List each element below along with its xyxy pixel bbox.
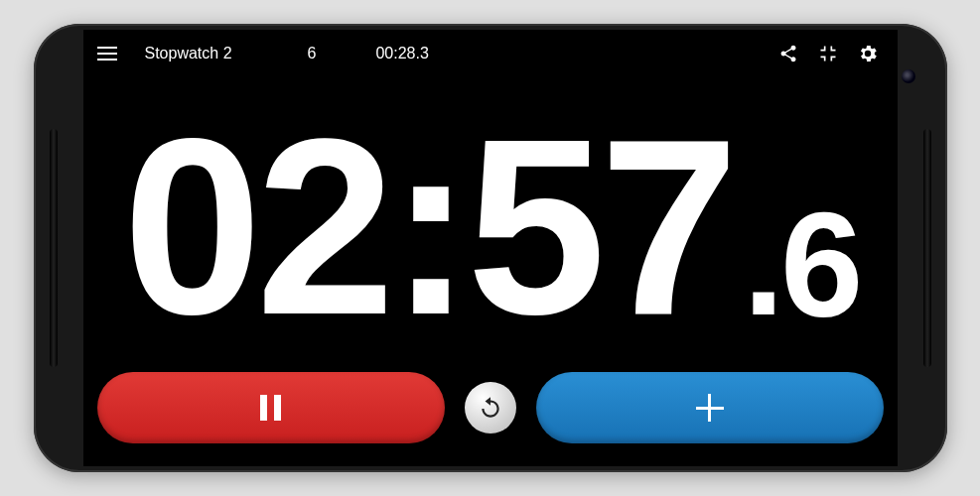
plus-icon bbox=[696, 394, 724, 422]
gear-icon[interactable] bbox=[848, 34, 888, 73]
reset-icon bbox=[478, 395, 503, 421]
collapse-icon[interactable] bbox=[808, 34, 848, 73]
reset-button[interactable] bbox=[465, 382, 516, 434]
lap-count: 6 bbox=[308, 45, 317, 62]
time-main: 02:57 bbox=[123, 102, 734, 352]
hamburger-icon[interactable] bbox=[93, 47, 123, 61]
app-title[interactable]: Stopwatch 2 bbox=[145, 45, 232, 62]
speaker-grill-right bbox=[923, 129, 931, 367]
top-bar: Stopwatch 2 6 00:28.3 bbox=[83, 30, 898, 77]
control-bar bbox=[83, 367, 898, 466]
pause-button[interactable] bbox=[97, 372, 445, 443]
lap-button[interactable] bbox=[536, 372, 884, 443]
time-separator: . bbox=[743, 188, 778, 337]
pause-icon bbox=[260, 395, 281, 421]
share-icon[interactable] bbox=[769, 34, 808, 73]
lap-time: 00:28.3 bbox=[375, 45, 428, 62]
phone-frame: Stopwatch 2 6 00:28.3 02:57 . 6 bbox=[34, 24, 947, 472]
speaker-grill-left bbox=[50, 129, 58, 367]
time-display: 02:57 . 6 bbox=[83, 77, 898, 367]
app-screen: Stopwatch 2 6 00:28.3 02:57 . 6 bbox=[83, 30, 898, 466]
front-camera bbox=[902, 69, 915, 83]
time-tenths: 6 bbox=[780, 190, 857, 339]
